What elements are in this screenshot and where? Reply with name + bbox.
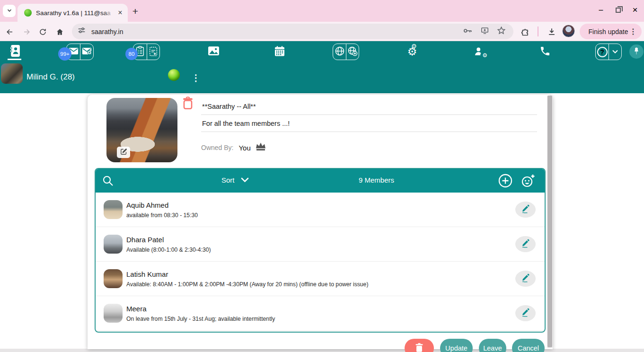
group-name-field[interactable]: **Saarathy -- All** [201, 99, 537, 115]
member-name: Aquib Ahmed [126, 201, 198, 209]
browser-menu-icon[interactable]: ⋮ [629, 27, 637, 36]
pin-button[interactable] [629, 44, 644, 59]
tab-close-button[interactable]: × [115, 8, 125, 18]
help-button-group: ? [595, 44, 622, 60]
tab-title: Saarathy v1.6a | 111@saa [36, 9, 115, 17]
mail-badge: 99+ [58, 47, 71, 61]
member-row[interactable]: Dhara Patel Available (8:00-1:00 & 2:30-… [96, 227, 545, 262]
pencil-icon [520, 308, 531, 319]
forward-button[interactable] [20, 25, 33, 38]
search-members-button[interactable] [102, 175, 114, 187]
install-app-icon[interactable] [480, 26, 489, 37]
add-web-button[interactable] [346, 44, 359, 60]
envelope-plus-icon [82, 47, 92, 56]
web-button[interactable] [333, 44, 346, 60]
owned-by-label: Owned By: [201, 144, 233, 151]
window-minimize-button[interactable]: – [596, 5, 606, 15]
member-row[interactable]: Latish Kumar Available: 8:40AM - 1:00PM … [96, 262, 545, 296]
member-avatar [104, 269, 123, 288]
gallery-button[interactable] [207, 46, 220, 57]
search-icon [102, 181, 114, 188]
add-task-button[interactable] [147, 44, 160, 60]
pushpin-icon [633, 47, 640, 57]
edit-member-button[interactable] [515, 305, 536, 321]
group-edit-dialog: **Saarathy -- All** For all the team mem… [88, 95, 553, 349]
restore-icon [616, 8, 621, 13]
compose-mail-button[interactable] [80, 44, 93, 60]
member-avatar [104, 304, 123, 323]
url-bar[interactable]: saarathy.in [72, 24, 513, 39]
app-toolbar: 99+ 80 [0, 41, 644, 62]
member-name: Meera [126, 305, 275, 313]
user-management-button[interactable]: ⚙ [473, 45, 487, 58]
profile-avatar[interactable] [562, 25, 575, 37]
member-row[interactable]: Aquib Ahmed available from 08:30 - 15:30 [96, 193, 545, 227]
smiley-plus-icon [520, 183, 536, 190]
question-icon: ? [597, 47, 608, 57]
help-dropdown-button[interactable] [609, 44, 621, 60]
tab-search-button[interactable] [3, 5, 16, 17]
edit-pencil-icon [120, 148, 128, 157]
pencil-icon [520, 204, 531, 216]
chat-avatar[interactable] [1, 63, 23, 84]
change-image-button[interactable] [117, 147, 130, 158]
downloads-icon[interactable] [545, 25, 558, 38]
active-tab-underline [8, 59, 21, 60]
clipboard-plus-icon [149, 46, 158, 58]
leave-button[interactable]: Leave [479, 339, 506, 352]
person-gear-icon: ⚙ [473, 46, 486, 57]
back-button[interactable] [3, 25, 16, 38]
contact-book-icon [9, 44, 21, 59]
calendar-button[interactable] [273, 45, 286, 58]
window-restore-button[interactable] [613, 5, 623, 15]
image-icon [208, 46, 220, 57]
chat-header: Milind G. (28) ⋮ [0, 62, 644, 93]
cancel-button[interactable]: Cancel [512, 339, 545, 352]
member-row[interactable]: Meera On leave from 15th July - 31st Aug… [96, 296, 545, 331]
calls-button[interactable] [538, 45, 552, 58]
scrollbar-thumb[interactable] [547, 96, 552, 347]
finish-update-label: Finish update [587, 28, 629, 35]
edit-member-button[interactable] [515, 271, 536, 287]
contacts-button[interactable] [8, 44, 22, 59]
gear-small-icon: ⚙ [482, 52, 487, 59]
site-settings-icon[interactable] [78, 26, 86, 36]
dialog-scrollbar[interactable] [547, 96, 553, 348]
web-button-group [333, 44, 359, 60]
reload-button[interactable] [36, 25, 49, 38]
toolbar-divider [538, 26, 538, 36]
member-status: On leave from 15th July - 31st Aug; avai… [126, 316, 275, 322]
page-bottom-strip [0, 349, 644, 352]
sort-dropdown[interactable]: Sort [221, 176, 249, 184]
member-avatar [104, 200, 123, 219]
task-badge: 80 [125, 48, 138, 60]
bookmark-star-icon[interactable] [497, 26, 506, 37]
group-description-field[interactable]: For all the team members ...! [201, 116, 537, 132]
delete-image-button[interactable] [182, 97, 194, 111]
update-button[interactable]: Update [440, 339, 473, 352]
delete-group-button[interactable] [405, 339, 434, 352]
gear-small-icon: ⚙ [411, 43, 417, 49]
page-background: **Saarathy -- All** For all the team mem… [0, 93, 644, 352]
member-name: Dhara Patel [126, 236, 211, 244]
password-key-icon[interactable] [463, 26, 473, 37]
help-button[interactable]: ? [596, 44, 609, 60]
add-member-button[interactable] [498, 174, 512, 188]
new-tab-button[interactable]: + [130, 5, 141, 17]
trash-icon [182, 105, 194, 112]
member-avatar [104, 235, 123, 254]
edit-member-button[interactable] [515, 202, 536, 218]
edit-member-button[interactable] [515, 236, 536, 252]
invite-member-button[interactable] [520, 173, 536, 188]
window-close-button[interactable]: × [630, 5, 640, 15]
chevron-down-icon [612, 48, 618, 55]
tab-favicon-icon [24, 9, 32, 17]
owned-by-value: You [238, 144, 250, 152]
settings-button[interactable]: ⚙ ⚙ [405, 45, 420, 58]
browser-tab-strip: Saarathy v1.6a | 111@saa × + – × [0, 0, 644, 22]
home-button[interactable] [53, 25, 66, 38]
extensions-icon[interactable] [519, 25, 532, 38]
browser-tab[interactable]: Saarathy v1.6a | 111@saa × [18, 4, 128, 22]
chat-menu-button[interactable]: ⋮ [191, 68, 201, 87]
finish-update-button[interactable]: Finish update ⋮ [580, 24, 642, 39]
